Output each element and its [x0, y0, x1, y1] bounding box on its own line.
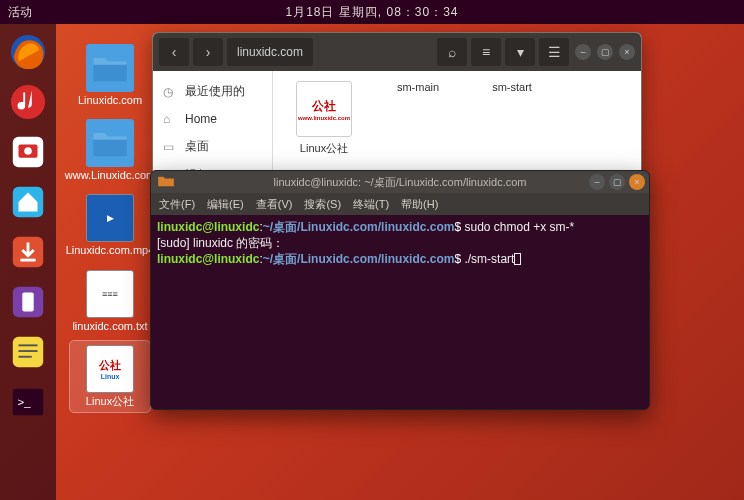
desktop-icon-video[interactable]: ▶ Linuxidc.com.mp4: [70, 190, 150, 261]
file-manager-headerbar: ‹ › linuxidc.com ⌕ ≡ ▾ ☰ – ▢ ×: [153, 33, 641, 71]
terminal-menubar: 文件(F) 编辑(E) 查看(V) 搜索(S) 终端(T) 帮助(H): [151, 193, 649, 215]
menu-file[interactable]: 文件(F): [159, 197, 195, 212]
dock-download[interactable]: [6, 230, 50, 274]
sidebar-item-home[interactable]: ⌂Home: [153, 106, 272, 132]
menu-search[interactable]: 搜索(S): [304, 197, 341, 212]
activities-button[interactable]: 活动: [8, 4, 32, 21]
sidebar-item-recent[interactable]: ◷最近使用的: [153, 77, 272, 106]
svg-rect-12: [19, 350, 38, 352]
menu-edit[interactable]: 编辑(E): [207, 197, 244, 212]
terminal-line: [sudo] linuxidc 的密码：: [157, 235, 643, 251]
dock: >_: [0, 24, 56, 500]
logo-icon: 公社Linux: [86, 345, 134, 393]
search-icon: ⌕: [448, 44, 456, 60]
desktop-icon-folder-www[interactable]: www.Linuxidc.com: [70, 115, 150, 186]
window-maximize-button[interactable]: ▢: [597, 44, 613, 60]
file-item-sm-main[interactable]: >_ sm-main: [383, 81, 453, 171]
desktop-icon-label: linuxidc.com.txt: [72, 320, 147, 333]
dock-music[interactable]: [6, 80, 50, 124]
file-label: sm-start: [492, 81, 532, 93]
breadcrumb-path[interactable]: linuxidc.com: [227, 38, 313, 66]
desktop-icon-label: www.Linuxidc.com: [65, 169, 155, 182]
dock-home[interactable]: [6, 180, 50, 224]
dock-screenshot[interactable]: [6, 130, 50, 174]
svg-rect-13: [19, 356, 32, 358]
nav-forward-button[interactable]: ›: [193, 38, 223, 66]
top-bar: 活动 1月18日 星期四, 08：30：34: [0, 0, 744, 24]
file-item-sm-start[interactable]: >_ sm-start: [477, 81, 547, 171]
menu-icon: ☰: [548, 44, 561, 60]
window-close-button[interactable]: ×: [619, 44, 635, 60]
sidebar-item-desktop[interactable]: ▭桌面: [153, 132, 272, 161]
window-minimize-button[interactable]: –: [575, 44, 591, 60]
list-icon: ≡: [482, 44, 490, 60]
file-item-logo[interactable]: 公社www.linuxidc.com Linux公社: [289, 81, 359, 171]
home-icon: ⌂: [163, 112, 177, 126]
window-minimize-button[interactable]: –: [589, 174, 605, 190]
svg-rect-11: [19, 344, 38, 346]
terminal-body[interactable]: linuxidc@linuxidc:~/桌面/Linuxidc.com/linu…: [151, 215, 649, 272]
view-menu-button[interactable]: ▾: [505, 38, 535, 66]
window-maximize-button[interactable]: ▢: [609, 174, 625, 190]
file-label: sm-main: [397, 81, 439, 93]
file-manager-window: ‹ › linuxidc.com ⌕ ≡ ▾ ☰ – ▢ × ◷最近使用的 ⌂H…: [152, 32, 642, 182]
search-button[interactable]: ⌕: [437, 38, 467, 66]
view-list-button[interactable]: ≡: [471, 38, 501, 66]
terminal-titlebar[interactable]: linuxidc@linuxidc: ~/桌面/Linuxidc.com/lin…: [151, 171, 649, 193]
text-file-icon: ≡≡≡: [86, 270, 134, 318]
svg-rect-7: [20, 259, 35, 262]
terminal-window: linuxidc@linuxidc: ~/桌面/Linuxidc.com/lin…: [150, 170, 650, 410]
clock[interactable]: 1月18日 星期四, 08：30：34: [285, 4, 458, 21]
dock-terminal[interactable]: >_: [6, 380, 50, 424]
sidebar-item-label: 最近使用的: [185, 83, 245, 100]
terminal-title-text: linuxidc@linuxidc: ~/桌面/Linuxidc.com/lin…: [274, 175, 527, 190]
desktop-icon-label: Linuxidc.com: [78, 94, 142, 107]
hamburger-button[interactable]: ☰: [539, 38, 569, 66]
file-manager-files: 公社www.linuxidc.com Linux公社 >_ sm-main >_…: [273, 71, 641, 181]
folder-icon: [157, 174, 175, 190]
logo-icon: 公社www.linuxidc.com: [296, 81, 352, 137]
desktop-icon-label: Linux公社: [86, 395, 134, 408]
clock-icon: ◷: [163, 85, 177, 99]
desktop-icon-label: Linuxidc.com.mp4: [66, 244, 155, 257]
nav-back-button[interactable]: ‹: [159, 38, 189, 66]
terminal-line: linuxidc@linuxidc:~/桌面/Linuxidc.com/linu…: [157, 251, 643, 267]
sidebar-item-label: Home: [185, 112, 217, 126]
svg-point-4: [24, 147, 32, 155]
folder-icon: [86, 119, 134, 167]
folder-icon: [86, 44, 134, 92]
menu-help[interactable]: 帮助(H): [401, 197, 438, 212]
file-label: Linux公社: [300, 141, 348, 156]
sidebar-item-label: 桌面: [185, 138, 209, 155]
svg-rect-9: [22, 293, 33, 312]
svg-text:>_: >_: [18, 396, 32, 408]
menu-terminal[interactable]: 终端(T): [353, 197, 389, 212]
terminal-line: linuxidc@linuxidc:~/桌面/Linuxidc.com/linu…: [157, 219, 643, 235]
desktop-icon-logo-selected[interactable]: 公社Linux Linux公社: [70, 341, 150, 412]
svg-point-1: [11, 85, 45, 119]
cursor: [514, 253, 521, 265]
dock-notes[interactable]: [6, 330, 50, 374]
window-close-button[interactable]: ×: [629, 174, 645, 190]
dock-usb[interactable]: [6, 280, 50, 324]
desktop-icon-folder-linuxidc[interactable]: Linuxidc.com: [70, 40, 150, 111]
desktop-icons: Linuxidc.com www.Linuxidc.com ▶ Linuxidc…: [70, 40, 150, 412]
chevron-down-icon: ▾: [517, 44, 524, 60]
dock-firefox[interactable]: [6, 30, 50, 74]
video-icon: ▶: [86, 194, 134, 242]
file-manager-sidebar: ◷最近使用的 ⌂Home ▭桌面 ▯视频: [153, 71, 273, 181]
desktop-icon: ▭: [163, 140, 177, 154]
desktop-icon-text[interactable]: ≡≡≡ linuxidc.com.txt: [70, 266, 150, 337]
menu-view[interactable]: 查看(V): [256, 197, 293, 212]
